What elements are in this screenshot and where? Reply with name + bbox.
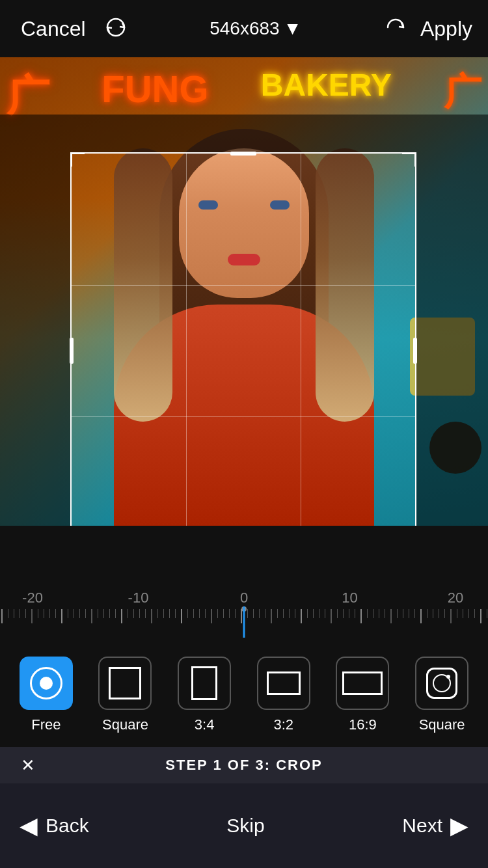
free-icon-ring [30, 667, 62, 699]
crop-icon-34[interactable] [178, 657, 231, 710]
ruler-label-20: 20 [442, 590, 468, 606]
crop-label-169: 16:9 [349, 716, 377, 733]
image-area: 广 FUNG BAKERY 广 [0, 57, 488, 526]
square-icon-box [109, 667, 141, 699]
back-label: Back [46, 815, 89, 837]
crop-label-square: Square [102, 716, 148, 733]
crop-option-instagram[interactable]: Square [415, 657, 468, 733]
ruler-label-0: 0 [231, 590, 257, 606]
crop-icon-instagram[interactable] [415, 657, 468, 710]
169-icon-box [342, 671, 383, 695]
ruler-track[interactable] [0, 606, 488, 640]
crop-options: Free Square 3:4 3:2 16:9 Square [0, 643, 488, 747]
crop-icon-free[interactable] [20, 657, 73, 710]
next-arrow-icon: ▶ [450, 812, 468, 839]
crop-label-32: 3:2 [274, 716, 294, 733]
crop-option-169[interactable]: 16:9 [336, 657, 389, 733]
rotate-icon[interactable] [384, 16, 407, 42]
ruler-label-neg10: -10 [126, 590, 152, 606]
ruler-area[interactable]: -20 -10 0 10 20 [0, 584, 488, 643]
top-bar: Cancel 546x683 ▼ Apply [0, 0, 488, 57]
crop-label-free: Free [31, 716, 61, 733]
next-label: Next [402, 815, 442, 837]
back-button[interactable]: ◀ Back [20, 812, 89, 839]
step-text: STEP 1 OF 3: CROP [165, 757, 322, 774]
ruler-label-neg20: -20 [20, 590, 46, 606]
crop-option-32[interactable]: 3:2 [257, 657, 310, 733]
top-bar-left: Cancel [16, 12, 128, 46]
bottom-nav: ◀ Back Skip Next ▶ [0, 783, 488, 868]
refresh-icon[interactable] [104, 16, 128, 42]
crop-option-34[interactable]: 3:4 [178, 657, 231, 733]
crop-icon-square[interactable] [98, 657, 152, 710]
ruler-indicator [243, 606, 245, 638]
next-button[interactable]: Next ▶ [402, 812, 468, 839]
top-bar-center: 546x683 ▼ [210, 18, 301, 39]
apply-button[interactable]: Apply [420, 17, 472, 41]
dark-middle [0, 526, 488, 584]
ruler-labels: -20 -10 0 10 20 [0, 584, 488, 606]
cancel-button[interactable]: Cancel [16, 12, 91, 46]
step-bar: ✕ STEP 1 OF 3: CROP [0, 747, 488, 783]
image-size-label[interactable]: 546x683 ▼ [210, 18, 301, 39]
skip-button[interactable]: Skip [226, 815, 264, 837]
crop-icon-169[interactable] [336, 657, 389, 710]
back-arrow-icon: ◀ [20, 812, 38, 839]
step-close-button[interactable]: ✕ [16, 750, 40, 781]
crop-option-square[interactable]: Square [98, 657, 152, 733]
crop-option-free[interactable]: Free [20, 657, 73, 733]
top-bar-right: Apply [384, 16, 472, 42]
crop-icon-32[interactable] [257, 657, 310, 710]
34-icon-box [191, 666, 217, 700]
photo-background: 广 FUNG BAKERY 广 [0, 57, 488, 526]
32-icon-box [267, 671, 301, 695]
crop-label-34: 3:4 [195, 716, 215, 733]
instagram-icon [426, 668, 457, 699]
free-icon-dot [40, 677, 53, 690]
person [88, 109, 400, 526]
ruler-label-10: 10 [337, 590, 363, 606]
crop-label-instagram: Square [419, 716, 465, 733]
